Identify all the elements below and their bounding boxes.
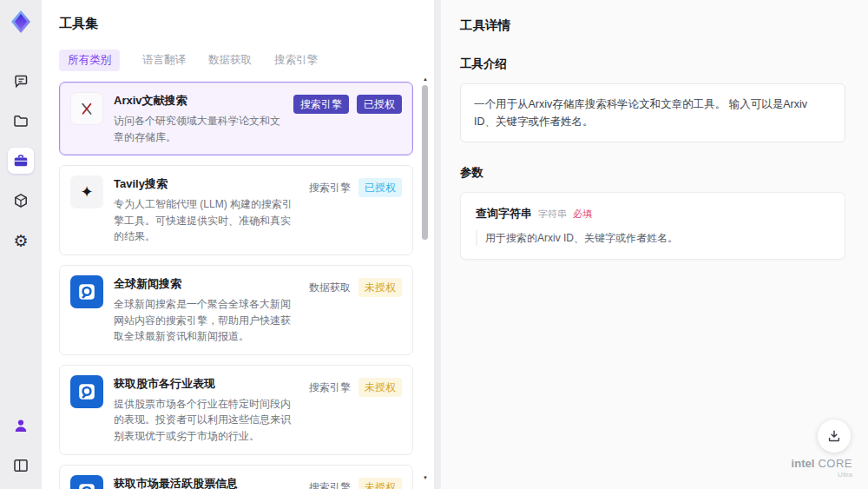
market-search-icon [70,375,103,408]
tool-card-tags: 搜索引擎 已授权 [293,92,402,145]
scrollbar-thumb[interactable] [422,85,428,240]
tool-card-title: 全球新闻搜索 [114,276,299,292]
parameter-required-badge: 必填 [573,208,592,221]
auth-status-tag: 已授权 [358,178,402,197]
gear-icon[interactable]: ⚙ [8,228,34,254]
auth-status-tag: 未授权 [358,378,402,397]
tool-card-description: 访问各个研究领域大量科学论文和文章的存储库。 [114,113,283,145]
tool-card-description: 专为人工智能代理 (LLM) 构建的搜索引擎工具。可快速提供实时、准确和真实的结… [114,196,299,245]
layout-panel-icon[interactable] [8,453,34,479]
tool-card-description: 全球新闻搜索是一个聚合全球各大新闻网站内容的搜索引擎，帮助用户快速获取全球最新资… [114,296,299,345]
list-scrollbar[interactable]: ▲ ▼ [420,75,431,482]
auth-status-tag: 已授权 [357,95,402,114]
arxiv-icon [70,92,103,125]
category-tab-1[interactable]: 语言翻译 [142,50,186,71]
app-logo-icon[interactable] [8,9,34,35]
category-tab-3[interactable]: 搜索引擎 [274,50,318,71]
tool-card-description: 提供股票市场各个行业在特定时间段内的表现。投资者可以利用这些信息来识别表现优于或… [114,396,299,445]
intel-sub-text: Ultra [792,471,852,479]
parameter-header: 查询字符串 字符串 必填 [476,206,830,221]
tool-card-2[interactable]: 全球新闻搜索 全球新闻搜索是一个聚合全球各大新闻网站内容的搜索引擎，帮助用户快速… [59,265,413,355]
download-button[interactable] [818,420,851,453]
intel-product-text: CORE [814,457,852,470]
parameter-name: 查询字符串 [476,206,532,221]
category-tag: 搜索引擎 [293,95,349,114]
category-tag: 搜索引擎 [309,378,351,397]
category-tag: 搜索引擎 [309,178,351,197]
toolset-panel: 工具集 所有类别语言翻译数据获取搜索引擎 Arxiv文献搜索 访问各个研究领域大… [42,0,434,489]
tool-detail-panel: 工具详情 工具介绍 一个用于从Arxiv存储库搜索科学论文和文章的工具。 输入可… [441,0,868,489]
tool-card-tags: 搜索引擎 已授权 [309,175,402,245]
category-tag: 数据获取 [309,278,351,297]
tool-card-title: 获取市场最活跃股票信息 [114,476,299,489]
app-window: ⚙ 工具集 所有类别语言翻译数据获取搜索引擎 Arx [0,0,868,489]
briefcase-icon[interactable] [8,148,34,174]
category-tabs: 所有类别语言翻译数据获取搜索引擎 [59,50,413,71]
scroll-up-arrow-icon[interactable]: ▲ [420,75,431,83]
tool-card-title: Arxiv文献搜索 [114,93,283,109]
chat-icon[interactable] [8,68,34,94]
parameter-card: 查询字符串 字符串 必填 用于搜索的Arxiv ID、关键字或作者姓名。 [460,192,845,260]
intel-core-logo: intel CORE Ultra [792,457,852,479]
tool-card-tags: 搜索引擎 未授权 [309,475,402,489]
tool-card-1[interactable]: ✦ Tavily搜索 专为人工智能代理 (LLM) 构建的搜索引擎工具。可快速提… [59,165,413,255]
category-tab-2[interactable]: 数据获取 [208,50,252,71]
intro-text-box: 一个用于从Arxiv存储库搜索科学论文和文章的工具。 输入可以是Arxiv ID… [460,83,845,142]
user-icon[interactable] [8,413,34,439]
cube-icon[interactable] [8,188,34,214]
sidebar-bottom-nav [8,413,34,479]
auth-status-tag: 未授权 [358,478,402,489]
sidebar-nav: ⚙ [8,68,34,254]
tool-card-tags: 数据获取 未授权 [309,275,402,345]
auth-status-tag: 未授权 [358,278,402,297]
parameter-description: 用于搜索的Arxiv ID、关键字或作者姓名。 [476,230,830,246]
category-tag: 搜索引擎 [309,478,351,489]
news-search-icon [70,275,103,308]
detail-title: 工具详情 [460,17,845,34]
tool-card-tags: 搜索引擎 未授权 [309,375,402,445]
download-icon [826,428,842,444]
tool-card-3[interactable]: 获取股市各行业表现 提供股票市场各个行业在特定时间段内的表现。投资者可以利用这些… [59,365,413,455]
intel-brand-text: intel [792,457,815,470]
market-search-icon [70,475,103,489]
toolset-title: 工具集 [59,16,413,32]
icon-sidebar: ⚙ [0,0,42,489]
tool-card-0[interactable]: Arxiv文献搜索 访问各个研究领域大量科学论文和文章的存储库。 搜索引擎 已授… [59,82,413,155]
tool-card-title: 获取股市各行业表现 [114,376,299,392]
scroll-down-arrow-icon[interactable]: ▼ [420,473,431,482]
intro-heading: 工具介绍 [460,56,845,72]
tool-card-list: Arxiv文献搜索 访问各个研究领域大量科学论文和文章的存储库。 搜索引擎 已授… [59,82,413,489]
tool-card-4[interactable]: 获取市场最活跃股票信息 提供当天交易量最高的股票列表，投资者可以利用这些信息来识… [59,465,413,489]
tavily-star-icon: ✦ [70,175,103,208]
category-tab-0[interactable]: 所有类别 [59,50,120,71]
parameter-type: 字符串 [538,208,567,221]
params-heading: 参数 [460,165,845,181]
folder-icon[interactable] [8,108,34,134]
tool-card-title: Tavily搜索 [114,176,299,192]
